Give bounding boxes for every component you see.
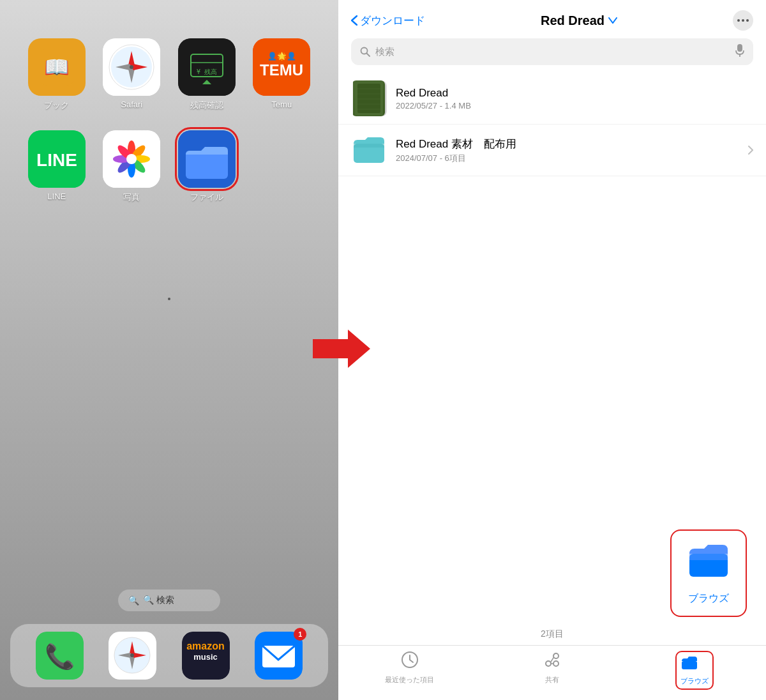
center-dot [168,298,170,300]
svg-rect-31 [186,151,228,179]
mail-badge: 1 [294,628,306,641]
svg-rect-64 [689,554,728,560]
dock-phone[interactable]: 📞 [36,632,84,680]
shared-icon [543,651,561,673]
home-search-label: 🔍 検索 [143,595,174,606]
svg-text:📞: 📞 [44,642,75,671]
safari-label: Safari [121,100,142,109]
svg-line-69 [550,657,553,662]
dock: 📞 music [10,624,328,687]
tab-bar: 最近使った項目 共有 [338,645,766,700]
svg-point-68 [553,661,559,666]
file-item-red-dread[interactable]: Red Dread 2022/05/27 - 1.4 MB [338,73,766,125]
file-meta-book: 2022/05/27 - 1.4 MB [396,101,753,110]
book-label: ブック [44,100,69,111]
page-title: Red Dread [541,13,605,28]
dock-safari[interactable] [109,632,156,680]
book-icon: 📖 [28,38,86,96]
svg-rect-55 [357,84,380,113]
arrow-right [313,326,370,371]
line-icon: LINE [28,130,86,188]
tab-shared[interactable]: 共有 [481,651,623,690]
svg-marker-46 [313,330,370,368]
recents-icon [401,651,419,673]
search-icon: 🔍 [128,595,139,605]
browse-label: ブラウズ [680,677,709,685]
recents-label: 最近使った項目 [385,675,434,685]
svg-text:📖: 📖 [44,55,70,79]
svg-text:music: music [193,652,218,662]
back-label: ダウンロード [360,13,425,28]
file-thumb-folder [351,132,387,168]
svg-point-48 [742,19,744,22]
app-book[interactable]: 📖 ブック [26,38,88,111]
svg-rect-71 [682,661,697,669]
chevron-down-icon[interactable] [608,17,617,24]
app-grid: 📖 ブック [26,38,313,203]
search-icon [360,47,370,57]
search-box[interactable]: 検索 [351,38,753,65]
svg-text:¥ 残高: ¥ 残高 [197,68,217,75]
folder-chevron-icon [748,146,753,155]
zanko-icon: ¥ 残高 [178,38,236,96]
files-header: ダウンロード Red Dread [338,0,766,31]
app-line[interactable]: LINE LINE [26,130,88,203]
folder-cyan-icon [351,135,387,165]
app-safari[interactable]: Safari [101,38,163,111]
file-info-folder: Red Dread 素材 配布用 2024/07/07 - 6項目 [396,137,739,164]
temu-label: Temu [271,100,292,109]
shared-label: 共有 [545,675,559,685]
svg-rect-52 [737,44,742,52]
line-label: LINE [47,192,66,201]
svg-rect-10 [178,38,236,96]
file-info-book: Red Dread 2022/05/27 - 1.4 MB [396,87,753,110]
file-item-folder[interactable]: Red Dread 素材 配布用 2024/07/07 - 6項目 [338,125,766,176]
title-area: Red Dread [541,13,617,28]
svg-line-51 [367,54,370,57]
dock-safari-icon [109,632,156,680]
empty-slot [251,130,313,203]
zanko-label: 残高確認 [190,100,223,111]
ellipsis-icon [737,19,749,22]
svg-text:amazon: amazon [186,641,225,651]
music-icon: music amazon [182,632,230,680]
file-name-folder: Red Dread 素材 配布用 [396,137,739,151]
home-search-bar[interactable]: 🔍 🔍 検索 [118,590,220,611]
app-temu[interactable]: 👤🌟👤 TEMU Temu [251,38,313,111]
big-browse-icon [686,541,731,587]
temu-icon: 👤🌟👤 TEMU [253,38,310,96]
mic-icon [735,44,744,59]
svg-point-29 [126,154,137,164]
svg-point-67 [553,653,559,658]
svg-point-49 [746,19,749,22]
file-list: Red Dread 2022/05/27 - 1.4 MB Red Dread … [338,73,766,529]
file-meta-folder: 2024/07/07 - 6項目 [396,153,739,164]
search-row: 検索 [338,31,766,73]
browse-icon [680,655,709,674]
svg-point-66 [546,661,551,666]
app-files[interactable]: ファイル [176,130,238,203]
tab-browse[interactable]: ブラウズ [624,651,766,690]
big-browse-section: ブラウズ [338,529,766,623]
back-button[interactable]: ダウンロード [351,13,425,28]
svg-text:👤🌟👤: 👤🌟👤 [267,51,296,61]
svg-point-47 [737,19,740,22]
home-screen: 📖 ブック [0,0,338,700]
dock-music[interactable]: music amazon [182,632,230,680]
icon-grid-area: 📖 ブック [0,0,338,590]
files-icon [178,130,236,188]
search-placeholder: 検索 [375,46,394,58]
files-label: ファイル [190,192,223,203]
big-browse-box[interactable]: ブラウズ [670,529,747,617]
tab-recents[interactable]: 最近使った項目 [338,651,481,690]
dock-mail[interactable]: 1 [255,632,303,680]
svg-text:TEMU: TEMU [260,61,303,79]
file-name-book: Red Dread [396,87,753,100]
photos-icon [103,130,160,188]
svg-rect-62 [354,144,384,148]
more-button[interactable] [733,10,753,31]
book-cover-icon [353,80,385,116]
app-zanko[interactable]: ¥ 残高 残高確認 [176,38,238,111]
phone-icon: 📞 [36,632,84,680]
app-photos[interactable]: 写真 [101,130,163,203]
